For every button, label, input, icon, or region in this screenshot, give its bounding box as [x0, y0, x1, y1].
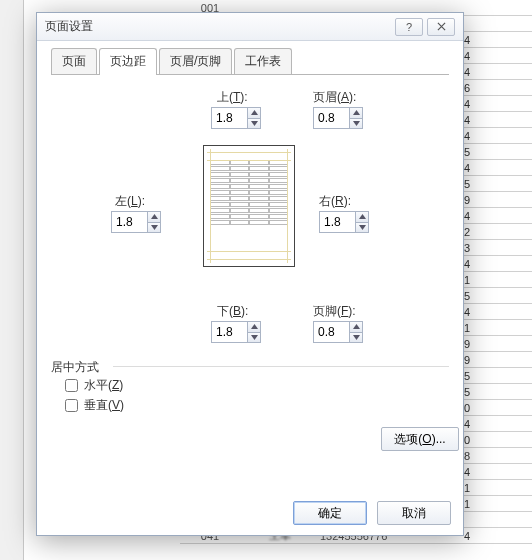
row-ruler	[0, 0, 24, 560]
input-left[interactable]	[111, 211, 147, 233]
spinner-bottom	[211, 321, 261, 343]
close-icon	[437, 22, 446, 31]
checkbox-vertical[interactable]	[65, 399, 78, 412]
titlebar: 页面设置 ?	[37, 13, 463, 41]
label-vertical: 垂直(V)	[84, 397, 124, 414]
dialog-body: 页面 页边距 页眉/页脚 工作表 上(T): 页眉(A):	[37, 41, 463, 535]
input-right[interactable]	[319, 211, 355, 233]
spinner-left-up[interactable]	[148, 212, 160, 223]
label-footer: 页脚(F):	[313, 303, 356, 320]
tab-header-footer[interactable]: 页眉/页脚	[159, 48, 232, 74]
spinner-left-buttons	[147, 211, 161, 233]
margins-panel: 上(T): 页眉(A): 左	[51, 75, 449, 455]
spinner-footer-buttons	[349, 321, 363, 343]
help-icon: ?	[406, 21, 412, 33]
spinner-header	[313, 107, 363, 129]
tab-margins[interactable]: 页边距	[99, 48, 157, 75]
preview-guides	[204, 146, 294, 266]
spinner-right-down[interactable]	[356, 223, 368, 233]
input-bottom[interactable]	[211, 321, 247, 343]
label-bottom: 下(B):	[217, 303, 248, 320]
spinner-top-down[interactable]	[248, 119, 260, 129]
tab-sheet[interactable]: 工作表	[234, 48, 292, 74]
spinner-footer	[313, 321, 363, 343]
label-right: 右(R):	[319, 193, 351, 210]
spinner-left-down[interactable]	[148, 223, 160, 233]
input-header[interactable]	[313, 107, 349, 129]
spinner-bottom-up[interactable]	[248, 322, 260, 333]
page-preview	[203, 145, 295, 267]
input-top[interactable]	[211, 107, 247, 129]
group-center-separator	[113, 366, 449, 367]
spinner-top	[211, 107, 261, 129]
help-button[interactable]: ?	[395, 18, 423, 36]
spinner-bottom-down[interactable]	[248, 333, 260, 343]
cancel-button[interactable]: 取消	[377, 501, 451, 525]
spinner-bottom-buttons	[247, 321, 261, 343]
label-left: 左(L):	[115, 193, 145, 210]
spinner-right-buttons	[355, 211, 369, 233]
close-button[interactable]	[427, 18, 455, 36]
spinner-top-up[interactable]	[248, 108, 260, 119]
spinner-footer-down[interactable]	[350, 333, 362, 343]
ok-button[interactable]: 确定	[293, 501, 367, 525]
spinner-header-buttons	[349, 107, 363, 129]
label-horizontal: 水平(Z)	[84, 377, 123, 394]
spinner-right-up[interactable]	[356, 212, 368, 223]
spinner-right	[319, 211, 369, 233]
spinner-top-buttons	[247, 107, 261, 129]
spinner-footer-up[interactable]	[350, 322, 362, 333]
titlebar-controls: ?	[391, 18, 455, 36]
label-top: 上(T):	[217, 89, 248, 106]
spinner-header-up[interactable]	[350, 108, 362, 119]
page-setup-dialog: 页面设置 ? 页面 页边距 页眉/页脚 工作表 上(T):	[36, 12, 464, 536]
checkbox-row-vertical: 垂直(V)	[65, 397, 124, 414]
dialog-title: 页面设置	[45, 18, 93, 35]
spinner-header-down[interactable]	[350, 119, 362, 129]
options-button[interactable]: 选项(O)...	[381, 427, 459, 451]
checkbox-horizontal[interactable]	[65, 379, 78, 392]
checkbox-row-horizontal: 水平(Z)	[65, 377, 123, 394]
label-header: 页眉(A):	[313, 89, 356, 106]
group-center-title: 居中方式	[51, 359, 99, 376]
tab-page[interactable]: 页面	[51, 48, 97, 74]
input-footer[interactable]	[313, 321, 349, 343]
spinner-left	[111, 211, 161, 233]
tabstrip: 页面 页边距 页眉/页脚 工作表	[51, 51, 449, 75]
